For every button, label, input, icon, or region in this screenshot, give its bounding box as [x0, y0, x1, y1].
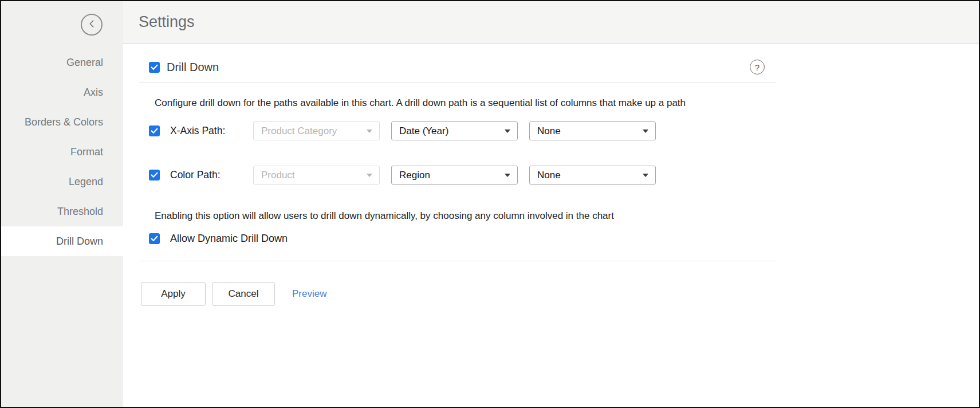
sidebar-item-general[interactable]: General: [1, 48, 123, 77]
color-level3-value: None: [537, 170, 638, 181]
preview-link[interactable]: Preview: [292, 288, 326, 300]
checkmark-icon: [151, 236, 158, 242]
dynamic-drill-description: Enabling this option will allow users to…: [155, 209, 776, 223]
x-axis-path-label: X-Axis Path:: [170, 125, 253, 137]
sidebar-item-threshold[interactable]: Threshold: [1, 197, 123, 226]
checkmark-icon: [151, 128, 158, 134]
settings-main: Settings Drill Down ? Configure drill do…: [123, 1, 979, 407]
color-level2-select[interactable]: Region: [391, 166, 518, 185]
sidebar-item-format[interactable]: Format: [1, 137, 123, 167]
color-level1-select: Product: [253, 166, 380, 185]
sidebar-item-axis[interactable]: Axis: [1, 77, 123, 107]
drill-down-checkbox[interactable]: [149, 62, 160, 73]
color-level2-value: Region: [399, 170, 500, 181]
chevron-left-icon: [88, 19, 96, 30]
back-button[interactable]: [81, 14, 103, 36]
color-level3-select[interactable]: None: [529, 166, 656, 185]
color-path-checkbox[interactable]: [149, 170, 160, 181]
help-icon[interactable]: ?: [750, 60, 765, 74]
action-button-row: Apply Cancel Preview: [139, 282, 776, 306]
allow-dynamic-checkbox[interactable]: [149, 233, 160, 244]
chevron-down-icon: [643, 130, 648, 133]
settings-header: Settings: [123, 1, 979, 44]
allow-dynamic-row: Allow Dynamic Drill Down: [139, 232, 776, 245]
allow-dynamic-label: Allow Dynamic Drill Down: [170, 233, 288, 245]
chevron-down-icon: [367, 130, 372, 133]
apply-button[interactable]: Apply: [141, 282, 206, 306]
drill-down-description: Configure drill down for the paths avail…: [155, 96, 776, 110]
settings-sidebar: General Axis Borders & Colors Format Leg…: [1, 1, 123, 407]
sidebar-item-drill-down[interactable]: Drill Down: [1, 226, 123, 256]
chevron-down-icon: [505, 130, 510, 133]
x-axis-level2-select[interactable]: Date (Year): [391, 121, 518, 140]
x-axis-path-checkbox[interactable]: [149, 125, 160, 136]
drill-down-panel: Drill Down ? Configure drill down for th…: [123, 44, 979, 306]
sidebar-item-legend[interactable]: Legend: [1, 167, 123, 197]
x-axis-level3-value: None: [537, 125, 638, 137]
sidebar-nav: General Axis Borders & Colors Format Leg…: [1, 48, 123, 256]
section-divider: [139, 82, 776, 83]
x-axis-path-row: X-Axis Path: Product Category Date (Year…: [139, 121, 776, 140]
drill-down-label: Drill Down: [167, 61, 219, 74]
footer-divider: [139, 261, 776, 261]
x-axis-level1-select: Product Category: [253, 121, 380, 140]
color-path-row: Color Path: Product Region None: [139, 166, 776, 185]
chevron-down-icon: [367, 174, 372, 177]
chevron-down-icon: [505, 174, 510, 177]
x-axis-level1-value: Product Category: [261, 125, 362, 137]
x-axis-level2-value: Date (Year): [399, 125, 500, 137]
page-title: Settings: [139, 13, 195, 31]
x-axis-level3-select[interactable]: None: [529, 121, 656, 140]
checkmark-icon: [151, 172, 158, 178]
color-path-label: Color Path:: [170, 169, 253, 181]
checkmark-icon: [151, 64, 158, 70]
color-level1-value: Product: [261, 170, 362, 181]
cancel-button[interactable]: Cancel: [212, 282, 275, 306]
drill-down-title-row: Drill Down ?: [139, 56, 776, 78]
sidebar-item-borders-colors[interactable]: Borders & Colors: [1, 107, 123, 137]
settings-window: General Axis Borders & Colors Format Leg…: [0, 0, 980, 408]
chevron-down-icon: [643, 174, 648, 177]
